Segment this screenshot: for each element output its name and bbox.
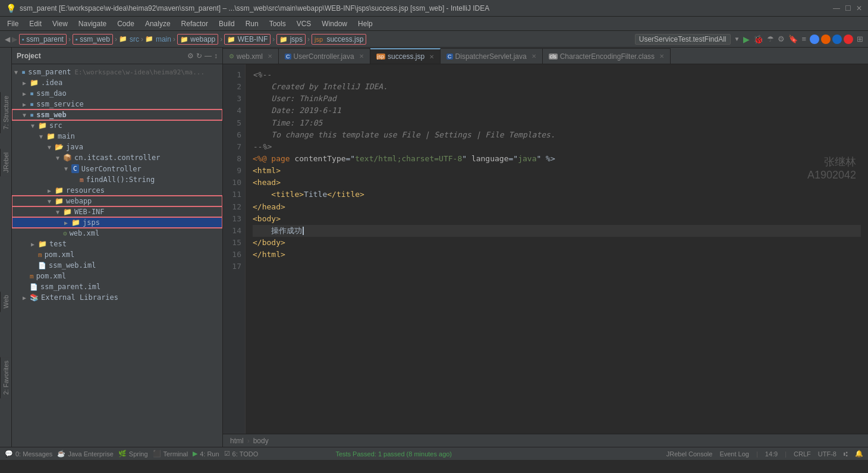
- tree-label-ssm-dao: ssm_dao: [36, 89, 67, 98]
- tree-item-test[interactable]: ▶ 📁 test: [12, 239, 222, 249]
- tree-item-java[interactable]: ▼ 📂 java: [12, 142, 222, 152]
- close-success-jsp-tab[interactable]: ✕: [429, 54, 434, 60]
- tree-item-usercontroller[interactable]: ▼ C UserController: [12, 163, 222, 174]
- panel-cog-btn[interactable]: ⚙: [187, 52, 194, 60]
- tree-item-ssm-dao[interactable]: ▶ ▪ ssm_dao: [12, 88, 222, 99]
- breadcrumb-src[interactable]: 📁 src: [119, 35, 139, 43]
- menu-tools[interactable]: Tools: [265, 18, 291, 29]
- breadcrumb-main[interactable]: 📁 main: [145, 35, 171, 43]
- tab-web-xml[interactable]: ⚙ web.xml ✕: [223, 48, 279, 64]
- tree-item-webinf[interactable]: ▼ 📁 WEB-INF: [12, 206, 222, 217]
- bookmark-btn[interactable]: 🔖: [788, 35, 798, 43]
- tree-item-findall[interactable]: ▶ m findAll():String: [12, 174, 222, 185]
- close-usercontroller-tab[interactable]: ✕: [359, 53, 364, 59]
- breadcrumb-ssm-parent[interactable]: ▪ ssm_parent: [19, 34, 67, 45]
- messages-btn[interactable]: 💬 0: Messages: [5, 450, 52, 458]
- notifications-icon[interactable]: 🔔: [855, 450, 863, 458]
- tree-item-ssm-parent[interactable]: ▼ ▪ ssm_parent E:\workspace\w-idea\heima…: [12, 67, 222, 77]
- todo-btn[interactable]: ☑ 6: TODO: [224, 450, 259, 458]
- breadcrumb-webapp[interactable]: 📁 webapp: [177, 34, 218, 45]
- breadcrumb-jsps[interactable]: 📁 jsps: [276, 34, 306, 45]
- tree-item-ssm-parent-iml[interactable]: ▶ 📄 ssm_parent.iml: [12, 281, 222, 292]
- settings-btn[interactable]: ⚙: [778, 35, 785, 43]
- minimize-btn[interactable]: —: [833, 4, 840, 12]
- tree-item-ssm-service[interactable]: ▶ ▪ ssm_service: [12, 99, 222, 109]
- close-btn[interactable]: ✕: [856, 4, 862, 12]
- run-btn[interactable]: ▶: [743, 35, 750, 44]
- editor-content[interactable]: 12345 678910 1112131415 1617 <%-- Create…: [223, 64, 868, 434]
- panel-expand-btn[interactable]: ↕: [214, 52, 218, 60]
- restore-btn[interactable]: ☐: [845, 4, 851, 12]
- tree-item-idea[interactable]: ▶ 📁 .idea: [12, 77, 222, 88]
- breadcrumb-success-jsp[interactable]: jsp success.jsp: [312, 34, 366, 45]
- menu-code[interactable]: Code: [112, 18, 139, 29]
- tree-item-ssm-web[interactable]: ▼ ▪ ssm_web: [12, 109, 222, 120]
- breadcrumb-webinf[interactable]: 📁 WEB-INF: [224, 34, 271, 45]
- close-characterencodingfilter-tab[interactable]: ✕: [659, 53, 664, 59]
- more-btn[interactable]: ≡: [801, 35, 806, 43]
- run-icon-status: ▶: [193, 450, 197, 458]
- tree-item-pom-ssm-web[interactable]: ▶ m pom.xml: [12, 249, 222, 260]
- tree-item-ssm-web-iml[interactable]: ▶ 📄 ssm_web.iml: [12, 260, 222, 271]
- sources-icon: 📂: [55, 143, 64, 151]
- iml-icon-root: 📄: [30, 283, 38, 291]
- favorites-side-tab[interactable]: 2: Favorites: [0, 357, 11, 398]
- folder-icon-main: 📁: [46, 132, 55, 140]
- menu-help[interactable]: Help: [353, 18, 378, 29]
- tab-dispatcherservlet[interactable]: C DispatcherServlet.java ✕: [441, 48, 543, 64]
- encoding[interactable]: UTF-8: [818, 450, 836, 458]
- code-editor[interactable]: <%-- Created by IntelliJ IDEA. User: Thi…: [246, 64, 868, 434]
- tree-item-main[interactable]: ▼ 📁 main: [12, 131, 222, 142]
- menu-analyze[interactable]: Analyze: [140, 18, 175, 29]
- run-btn-status[interactable]: ▶ 4: Run: [193, 450, 219, 458]
- messages-icon: 💬: [5, 450, 13, 458]
- tab-characterencodingfilter[interactable]: cls CharacterEncodingFilter.class ✕: [543, 48, 671, 64]
- java-enterprise-btn[interactable]: ☕ Java Enterprise: [57, 450, 113, 458]
- menu-refactor[interactable]: Refactor: [177, 18, 213, 29]
- panel-collapse-btn[interactable]: —: [205, 52, 212, 60]
- maven-icon: m: [38, 251, 42, 259]
- menu-file[interactable]: File: [2, 18, 23, 29]
- event-log-btn[interactable]: Event Log: [719, 450, 749, 458]
- iml-icon: 📄: [38, 262, 46, 270]
- jrebel-side-tab[interactable]: JRebel: [0, 149, 11, 176]
- web-side-tab[interactable]: Web: [0, 292, 11, 312]
- tree-item-package[interactable]: ▼ 📦 cn.itcast.controller: [12, 152, 222, 163]
- nav-back-btn[interactable]: ◀: [5, 35, 10, 43]
- terminal-icon: ⬛: [153, 450, 161, 458]
- spring-btn[interactable]: 🌿 Spring: [118, 450, 148, 458]
- folder-icon-src: 📁: [38, 121, 47, 130]
- menu-run[interactable]: Run: [241, 18, 263, 29]
- tree-item-pom-root[interactable]: ▶ m pom.xml: [12, 271, 222, 281]
- tab-success-jsp[interactable]: jsp success.jsp ✕: [370, 48, 441, 64]
- close-dispatcherservlet-tab[interactable]: ✕: [532, 53, 536, 59]
- xml-icon: ⚙: [63, 230, 67, 237]
- tree-item-src[interactable]: ▼ 📁 src: [12, 120, 222, 131]
- structure-side-tab[interactable]: 7: Structure: [0, 92, 11, 133]
- jsps-icon: 📁: [71, 218, 80, 227]
- module-icon-dao: ▪: [30, 89, 34, 98]
- menu-build[interactable]: Build: [214, 18, 240, 29]
- menu-edit[interactable]: Edit: [24, 18, 46, 29]
- menu-vcs[interactable]: VCS: [292, 18, 316, 29]
- tree-item-ext-libs[interactable]: ▶ 📚 External Libraries: [12, 292, 222, 303]
- jrebel-console-btn[interactable]: JRebel Console: [666, 450, 713, 458]
- run-dropdown-icon[interactable]: ▼: [734, 36, 740, 42]
- close-web-xml-tab[interactable]: ✕: [268, 53, 272, 59]
- menu-navigate[interactable]: Navigate: [74, 18, 111, 29]
- tree-item-webapp[interactable]: ▼ 📁 webapp: [12, 196, 222, 206]
- coverage-btn[interactable]: ☂: [767, 35, 774, 43]
- tree-item-resources[interactable]: ▶ 📁 resources: [12, 185, 222, 196]
- debug-btn[interactable]: 🐞: [753, 35, 763, 44]
- tab-usercontroller[interactable]: C UserController.java ✕: [279, 48, 370, 64]
- tree-item-web-xml[interactable]: ▶ ⚙ web.xml: [12, 228, 222, 239]
- nav-fwd-btn[interactable]: ▶: [12, 35, 17, 43]
- panel-sync-btn[interactable]: ↻: [196, 52, 202, 60]
- terminal-btn[interactable]: ⬛ Terminal: [153, 450, 188, 458]
- menu-view[interactable]: View: [48, 18, 73, 29]
- layout-btn[interactable]: ⊞: [857, 35, 863, 43]
- menu-window[interactable]: Window: [317, 18, 352, 29]
- breadcrumb-ssm-web[interactable]: ▪ ssm_web: [73, 34, 113, 45]
- tree-item-jsps[interactable]: ▶ 📁 jsps: [12, 217, 222, 228]
- line-ending[interactable]: CRLF: [794, 450, 811, 458]
